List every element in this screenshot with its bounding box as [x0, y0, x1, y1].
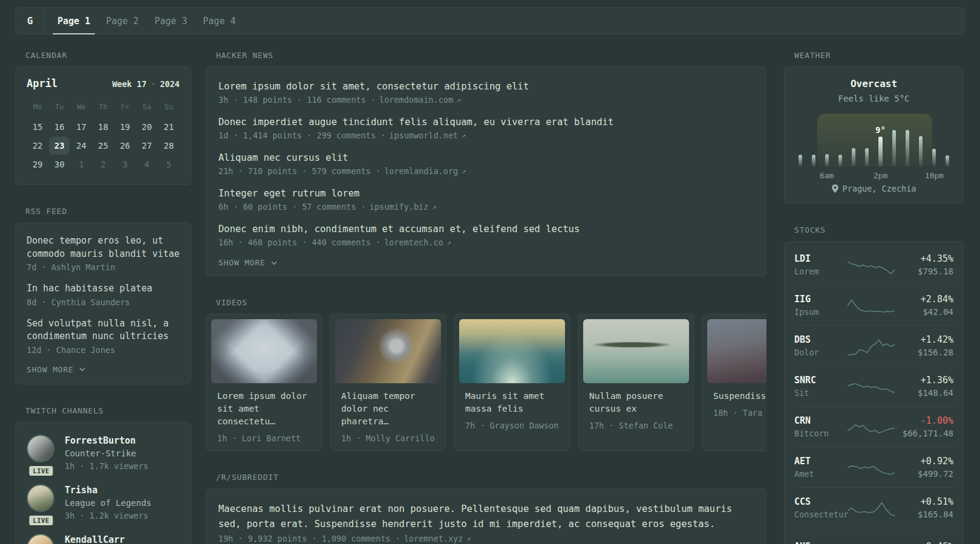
stock-row[interactable]: DBS Dolor +1.42% $156.28: [794, 326, 953, 366]
calendar-day-number: 24: [71, 137, 91, 155]
stock-row[interactable]: SNRC Sit +1.36% $148.64: [794, 366, 953, 407]
calendar-day-number: 5: [158, 155, 179, 173]
stock-id: SNRC Sit: [794, 374, 845, 399]
hackernews-item-title[interactable]: Lorem ipsum dolor sit amet, consectetur …: [218, 80, 754, 93]
stock-row[interactable]: CRN Bitcorn -1.00% $66,171.48: [794, 407, 953, 447]
app-logo[interactable]: G: [16, 8, 45, 34]
stock-name: Lorem: [794, 265, 845, 277]
subreddit-post-meta: 19h · 9,932 points · 1,090 comments · lo…: [218, 534, 754, 543]
calendar-day: 2: [92, 155, 114, 173]
rss-item: Sed volutpat nulla nisl, a condimentum n…: [27, 317, 180, 355]
video-card[interactable]: Mauris sit amet massa felis 7h · Grayson…: [454, 314, 570, 451]
hackernews-item-meta: 16h · 468 points · 440 comments · loremt…: [218, 238, 754, 247]
hackernews-card: Lorem ipsum dolor sit amet, consectetur …: [206, 66, 766, 276]
hackernews-item-meta: 3h · 148 points · 116 comments · loremdo…: [218, 95, 754, 105]
page-tab[interactable]: Page 2: [98, 8, 146, 34]
subreddit-post-domain[interactable]: loremnet.xyz: [404, 534, 463, 543]
stock-symbol: AET: [794, 455, 845, 468]
hackernews-item-title[interactable]: Donec imperdiet augue tincidunt felis al…: [218, 115, 754, 129]
live-badge: LIVE: [27, 514, 54, 527]
hackernews-item-title[interactable]: Integer eget rutrum lorem: [218, 187, 754, 200]
hackernews-item-title[interactable]: Aliquam nec cursus elit: [218, 151, 754, 164]
hackernews-item: Aliquam nec cursus elit 21h · 710 points…: [218, 151, 754, 176]
calendar-day: 21: [158, 117, 180, 136]
hackernews-item-title[interactable]: Donec enim nibh, condimentum et accumsan…: [218, 222, 754, 236]
calendar-section-title: CALENDAR: [25, 51, 191, 60]
calendar-day: 26: [114, 136, 136, 155]
rss-item-title[interactable]: In hac habitasse platea: [27, 282, 180, 296]
rss-item-meta: 7d · Ashlyn Martin: [27, 262, 180, 272]
rss-item-title[interactable]: Donec tempor eros leo, ut commodo mauris…: [27, 235, 180, 261]
dashboard: CALENDAR April Week 17 · 2024 Mo Tu: [15, 51, 965, 544]
hackernews-show-more-button[interactable]: SHOW MORE: [218, 258, 754, 267]
weather-bar: 9° 2pm: [878, 137, 883, 167]
weather-time-label: 10pm: [925, 171, 944, 180]
stock-row[interactable]: LDI Lorem +4.35% $795.18: [794, 245, 953, 285]
stock-symbol: CRN: [794, 415, 845, 427]
stocks-card: LDI Lorem +4.35% $795.18: [784, 241, 964, 544]
hackernews-item-meta: 1d · 1,414 points · 299 comments · ipsum…: [218, 131, 754, 140]
stock-values: +0.51% $165.84: [897, 496, 953, 520]
calendar-day-number: 26: [115, 137, 136, 155]
avatar: [27, 484, 54, 512]
hackernews-item-domain[interactable]: loremlandia.org: [384, 166, 458, 176]
calendar-weekday: Fr: [114, 100, 136, 117]
weather-bar: [906, 130, 909, 167]
calendar-day: 27: [136, 136, 158, 155]
weather-bar: [919, 136, 923, 167]
stock-name: Sit: [794, 387, 845, 399]
calendar-day-number: 23: [49, 137, 70, 155]
rss-item-title[interactable]: Sed volutpat nulla nisl, a condimentum n…: [27, 317, 180, 343]
stock-symbol: LDI: [794, 253, 845, 265]
stock-price: $66,171.48: [897, 427, 953, 439]
stock-row[interactable]: CCS Consectetur +0.51% $165.84: [794, 488, 953, 528]
video-card[interactable]: Lorem ipsum dolor sit amet consectetu… 1…: [206, 314, 322, 451]
calendar-day-number: 21: [158, 118, 179, 136]
video-meta: 18h · Tara Ford: [713, 408, 766, 418]
video-title: Lorem ipsum dolor sit amet consectetu…: [217, 390, 311, 428]
chevron-down-icon: [270, 261, 278, 265]
stock-change: +4.35%: [897, 253, 953, 265]
calendar-day: 5: [158, 155, 180, 173]
stock-sparkline: [845, 458, 897, 478]
calendar-grid: Mo Tu We Th Fr Sa Su: [27, 100, 180, 173]
rss-item-meta: 8d · Cynthia Saunders: [27, 297, 180, 307]
rss-item: In hac habitasse platea 8d · Cynthia Sau…: [27, 282, 180, 307]
calendar-day-number: 3: [115, 155, 136, 173]
rss-show-more-button[interactable]: SHOW MORE: [27, 365, 180, 374]
page-tab[interactable]: Page 4: [195, 8, 244, 34]
stocks-section: STOCKS LDI Lorem +4.35% $795.18: [784, 225, 964, 544]
stock-row[interactable]: AET Amet +0.92% $499.72: [794, 447, 953, 488]
page-tab[interactable]: Page 3: [146, 8, 195, 34]
twitch-channel-row[interactable]: LIVE Trisha League of Legends 3h · 1.2k …: [27, 484, 180, 522]
hackernews-section-title: HACKER NEWS: [216, 51, 766, 60]
page-tab-label: Page 2: [106, 16, 139, 27]
twitch-channel-name: Trisha: [65, 484, 151, 497]
calendar-year: 2024: [160, 79, 180, 89]
weather-location-label: Prague, Czechia: [843, 184, 916, 193]
hackernews-item-domain[interactable]: ipsumify.biz: [370, 202, 429, 212]
calendar-day: 29: [27, 155, 48, 173]
hackernews-item-domain[interactable]: loremtech.co: [384, 238, 443, 247]
twitch-channel-row[interactable]: LIVE ForrestBurton Counter-Strike 1h · 1…: [27, 435, 180, 472]
subreddit-post-title[interactable]: Maecenas mollis pulvinar erat non posuer…: [218, 502, 754, 532]
hackernews-item-domain[interactable]: loremdomain.com: [379, 95, 453, 105]
hackernews-item: Donec imperdiet augue tincidunt felis al…: [218, 115, 754, 140]
calendar-day-number: 17: [71, 118, 91, 136]
video-card[interactable]: Nullam posuere cursus ex 17h · Stefan Co…: [578, 314, 694, 451]
twitch-channel-row[interactable]: LIVE KendallCarr: [27, 534, 180, 544]
stock-values: +0.92% $499.72: [897, 455, 953, 480]
stock-row[interactable]: AHS +0.46%: [794, 528, 953, 544]
video-card[interactable]: Aliquam tempor dolor nec pharetra… 1h · …: [330, 314, 446, 451]
calendar-day: 22: [27, 136, 48, 155]
video-card[interactable]: Suspendisse diam 18h · Tara Ford: [702, 314, 766, 451]
hackernews-item: Lorem ipsum dolor sit amet, consectetur …: [218, 80, 754, 105]
middle-column: HACKER NEWS Lorem ipsum dolor sit amet, …: [206, 51, 766, 544]
video-meta: 7h · Grayson Dawson: [465, 421, 559, 430]
calendar-week: Week 17 · 2024: [112, 79, 180, 89]
page-tab[interactable]: Page 1: [50, 8, 98, 34]
stock-row[interactable]: IIG Ipsum +2.84% $42.04: [794, 285, 953, 326]
hackernews-item-domain[interactable]: ipsumworld.net: [389, 131, 458, 140]
video-title: Aliquam tempor dolor nec pharetra…: [341, 390, 435, 428]
video-meta: 1h · Molly Carrillo: [341, 433, 435, 443]
